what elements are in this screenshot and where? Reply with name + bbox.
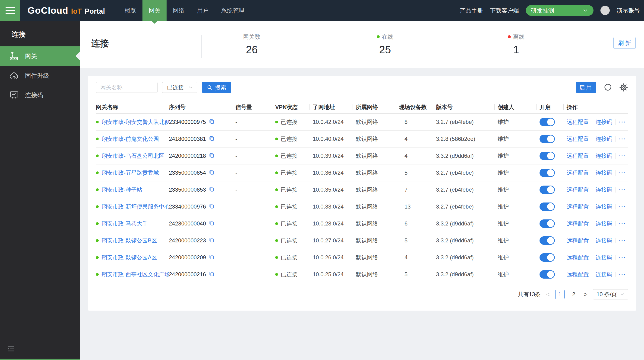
status-select[interactable]: 已连接: [162, 82, 197, 93]
remote-config-link[interactable]: 远程配置: [567, 169, 589, 176]
remote-config-link[interactable]: 远程配置: [567, 237, 589, 244]
next-page-icon[interactable]: >: [583, 291, 588, 298]
copy-icon[interactable]: [209, 271, 214, 278]
gateway-name-link[interactable]: 翔安市政-乌石盘公司北区: [102, 152, 164, 159]
product-manual-link[interactable]: 产品手册: [460, 7, 483, 14]
page-number-1[interactable]: 1: [555, 290, 564, 299]
more-actions-link[interactable]: ···: [619, 153, 626, 159]
copy-icon[interactable]: [209, 186, 214, 193]
reload-icon[interactable]: [604, 83, 612, 92]
connect-code-link[interactable]: 连接码: [596, 118, 612, 126]
more-actions-link[interactable]: ···: [619, 254, 626, 261]
remote-config-link[interactable]: 远程配置: [567, 186, 589, 194]
enable-toggle[interactable]: [540, 220, 555, 228]
copy-icon[interactable]: [209, 203, 214, 210]
environment-select[interactable]: 研发挂测: [526, 5, 594, 16]
page-size-select[interactable]: 10 条/页: [593, 289, 628, 299]
remote-config-link[interactable]: 远程配置: [567, 203, 589, 210]
avatar[interactable]: [600, 6, 610, 15]
sidebar-item-connect-code[interactable]: 连接码: [0, 85, 80, 105]
sidebar-collapse-icon[interactable]: [7, 345, 15, 354]
hamburger-menu-icon[interactable]: [0, 0, 20, 21]
action-divider: [592, 153, 592, 159]
copy-icon[interactable]: [209, 135, 214, 142]
enable-toggle[interactable]: [540, 253, 555, 262]
network-name: 默认网络: [356, 152, 399, 159]
stat-value: 25: [379, 43, 391, 56]
subnet-address: 10.0.42.0/24: [313, 119, 356, 125]
connect-code-link[interactable]: 连接码: [596, 186, 612, 194]
copy-icon[interactable]: [209, 220, 214, 227]
refresh-button[interactable]: 刷新: [614, 37, 636, 49]
gateway-name-link[interactable]: 翔安市政-五星路贡香城: [102, 169, 159, 176]
gear-icon[interactable]: [620, 83, 628, 92]
copy-icon[interactable]: [209, 169, 214, 176]
connect-code-link[interactable]: 连接码: [596, 152, 612, 159]
toggle-knob: [547, 118, 554, 125]
copy-icon[interactable]: [209, 118, 214, 125]
gateway-name-link[interactable]: 翔安市政-鼓锣公园A区: [102, 254, 157, 261]
gateway-name-link[interactable]: 翔安市政-种子站: [102, 186, 142, 194]
remote-config-link[interactable]: 远程配置: [567, 118, 589, 126]
copy-icon[interactable]: [209, 254, 214, 261]
gateway-name-link[interactable]: 翔安市政-前庵文化公园: [102, 135, 159, 143]
sidebar-item-gateway[interactable]: 网关: [0, 46, 80, 66]
gateway-name-link[interactable]: 翔安市政-新圩便民服务中心: [102, 203, 169, 210]
more-actions-link[interactable]: ···: [619, 220, 626, 227]
more-actions-link[interactable]: ···: [619, 169, 626, 176]
nav-item-overview[interactable]: 概览: [118, 0, 142, 21]
connect-code-link[interactable]: 连接码: [596, 169, 612, 176]
enable-toggle[interactable]: [540, 236, 555, 245]
remote-config-link[interactable]: 远程配置: [567, 220, 589, 227]
remote-config-link[interactable]: 远程配置: [567, 135, 589, 143]
nav-item-users[interactable]: 用户: [191, 0, 215, 21]
remote-config-link[interactable]: 远程配置: [567, 152, 589, 159]
remote-config-link[interactable]: 远程配置: [567, 271, 589, 278]
more-actions-link[interactable]: ···: [619, 237, 626, 244]
more-actions-link[interactable]: ···: [619, 119, 626, 125]
page-size-value: 10 条/页: [596, 291, 617, 298]
nav-item-gateway[interactable]: 网关: [142, 0, 166, 21]
connect-code-link[interactable]: 连接码: [596, 135, 612, 143]
enable-toggle[interactable]: [540, 118, 555, 126]
nav-item-network[interactable]: 网络: [166, 0, 191, 21]
connect-code-link[interactable]: 连接码: [596, 254, 612, 261]
device-count: 4: [399, 254, 436, 261]
copy-icon[interactable]: [209, 152, 214, 159]
sidebar-title: 连接: [0, 21, 80, 46]
gateway-name-link[interactable]: 翔安市政-西亭社区文化广场: [102, 271, 169, 278]
enable-button[interactable]: 启用: [576, 82, 596, 93]
connect-code-link[interactable]: 连接码: [596, 220, 612, 227]
more-actions-link[interactable]: ···: [619, 271, 626, 278]
copy-icon[interactable]: [209, 237, 214, 244]
serial-number: 242000000218: [169, 153, 206, 159]
connect-code-link[interactable]: 连接码: [596, 203, 612, 210]
more-actions-link[interactable]: ···: [619, 204, 626, 210]
remote-config-link[interactable]: 远程配置: [567, 254, 589, 261]
download-client-link[interactable]: 下载客户端: [490, 7, 519, 14]
sidebar-item-firmware-upgrade[interactable]: 固件升级: [0, 66, 80, 85]
gateway-name-link[interactable]: 翔安市政-鼓锣公园B区: [102, 237, 157, 244]
gateway-name-link[interactable]: 翔安市政-马巷大千: [102, 220, 148, 227]
nav-item-system[interactable]: 系统管理: [215, 0, 250, 21]
gateway-name-link[interactable]: 翔安市政-翔安交警大队北侧: [102, 118, 169, 126]
enable-toggle[interactable]: [540, 152, 555, 160]
sidebar-item-label: 连接码: [25, 91, 43, 99]
more-actions-link[interactable]: ···: [619, 136, 626, 142]
serial-number: 242300000040: [169, 220, 206, 227]
enable-toggle[interactable]: [540, 135, 555, 143]
version-number: 3.2.7 (eb4febe): [436, 187, 498, 193]
enable-toggle[interactable]: [540, 203, 555, 211]
action-divider: [592, 204, 592, 210]
connect-code-link[interactable]: 连接码: [596, 271, 612, 278]
enable-toggle[interactable]: [540, 186, 555, 194]
more-actions-link[interactable]: ···: [619, 187, 626, 193]
page-number-2[interactable]: 2: [569, 290, 578, 299]
enable-toggle[interactable]: [540, 169, 555, 177]
gateway-name-input[interactable]: [96, 82, 158, 93]
enable-toggle[interactable]: [540, 270, 555, 279]
connect-code-link[interactable]: 连接码: [596, 237, 612, 244]
prev-page-icon[interactable]: <: [545, 291, 551, 298]
column-header: 操作: [567, 101, 627, 113]
search-button[interactable]: 搜索: [202, 82, 231, 93]
